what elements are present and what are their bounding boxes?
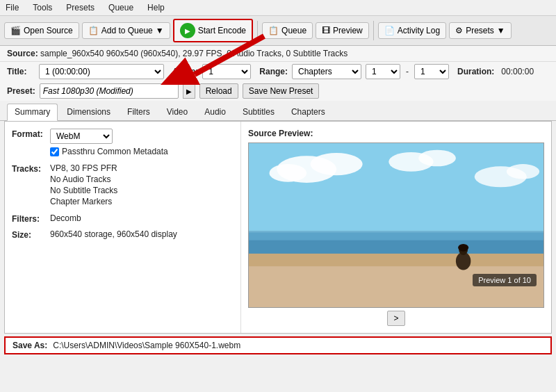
track-4: Chapter Markers — [50, 197, 234, 206]
title-row: Title: 1 (00:00:00) Angle: 1 Range: Chap… — [0, 62, 556, 81]
tab-subtitles[interactable]: Subtitles — [235, 104, 282, 120]
start-encode-button[interactable]: ▶ Start Encode — [173, 19, 253, 42]
title-select[interactable]: 1 (00:00:00) — [39, 64, 164, 79]
add-to-queue-label: Add to Queue — [101, 26, 153, 35]
start-encode-label: Start Encode — [198, 26, 246, 35]
range-from-select[interactable]: 1 — [366, 64, 400, 79]
size-row: Size: 960x540 storage, 960x540 display — [12, 229, 234, 240]
range-type-select[interactable]: Chapters — [292, 64, 361, 79]
range-to-select[interactable]: 1 — [414, 64, 449, 79]
filters-row: Filters: Decomb — [12, 213, 234, 224]
preview-counter: Preview 1 of 10 — [473, 274, 537, 286]
source-bar: Source: sample_960x540 960x540 (960x540)… — [0, 46, 556, 62]
activity-log-button[interactable]: 📄 Activity Log — [378, 22, 446, 39]
svg-rect-11 — [249, 266, 543, 307]
open-source-label: Open Source — [24, 26, 73, 35]
tab-chapters[interactable]: Chapters — [284, 104, 333, 120]
preset-input[interactable] — [40, 83, 179, 99]
preview-next-button[interactable]: > — [387, 311, 405, 326]
tab-filters[interactable]: Filters — [120, 104, 158, 120]
svg-point-5 — [418, 150, 456, 167]
presets-dropdown-icon: ▼ — [497, 26, 505, 35]
separator-1 — [257, 21, 258, 40]
menu-presets[interactable]: Presets — [63, 1, 97, 14]
menu-tools[interactable]: Tools — [30, 1, 55, 14]
format-value: WebM Passthru Common Metadata — [50, 129, 234, 158]
menu-bar: File Tools Presets Queue Help — [0, 0, 556, 16]
duration-label: Duration: — [457, 67, 494, 76]
format-select[interactable]: WebM — [50, 129, 113, 144]
title-label: Title: — [7, 67, 35, 76]
film-icon: 🎬 — [10, 26, 21, 35]
duration-value: 00:00:00 — [501, 67, 534, 76]
preset-arrow-button[interactable]: ▶ — [183, 83, 195, 99]
tracks-row: Tracks: VP8, 30 FPS PFR No Audio Tracks … — [12, 163, 234, 208]
reload-button[interactable]: Reload — [199, 83, 238, 99]
angle-label: Angle: — [172, 67, 198, 76]
save-as-bar: Save As: C:\Users\ADMIN\Videos\Sample 96… — [4, 336, 552, 354]
tab-video[interactable]: Video — [159, 104, 195, 120]
queue-label: Queue — [281, 26, 306, 35]
preview-label: Preview — [333, 26, 363, 35]
tracks-value: VP8, 30 FPS PFR No Audio Tracks No Subti… — [50, 163, 234, 208]
svg-point-3 — [269, 164, 306, 182]
queue-dropdown-icon: ▼ — [156, 26, 164, 35]
tab-audio[interactable]: Audio — [197, 104, 234, 120]
filters-value: Decomb — [50, 213, 234, 223]
tabs: Summary Dimensions Filters Video Audio S… — [0, 101, 556, 121]
filters-label: Filters: — [12, 213, 50, 224]
preview-image: Preview 1 of 10 — [248, 142, 544, 308]
passthru-row: Passthru Common Metadata — [50, 147, 234, 156]
track-3: No Subtitle Tracks — [50, 186, 234, 195]
size-label: Size: — [12, 229, 50, 240]
play-icon: ▶ — [180, 23, 195, 38]
svg-rect-9 — [249, 240, 543, 255]
save-as-path: C:\Users\ADMIN\Videos\Sample 960X540-1.w… — [53, 341, 240, 350]
svg-point-7 — [507, 164, 539, 179]
queue-icon: 📋 — [268, 26, 279, 35]
separator-2 — [373, 21, 374, 40]
format-row: Format: WebM Passthru Common Metadata — [12, 129, 234, 158]
preset-row: Preset: ▶ Reload Save New Preset — [0, 81, 556, 101]
tab-dimensions[interactable]: Dimensions — [59, 104, 118, 120]
tab-summary[interactable]: Summary — [7, 104, 58, 121]
menu-file[interactable]: File — [3, 1, 22, 14]
summary-panel: Format: WebM Passthru Common Metadata Tr… — [5, 122, 241, 333]
tracks-label: Tracks: — [12, 163, 50, 174]
preview-title: Source Preview: — [248, 129, 544, 138]
preview-icon: 🎞 — [322, 26, 330, 35]
source-value: sample_960x540 960x540 (960x540), 29.97 … — [40, 49, 348, 58]
passthru-checkbox[interactable] — [50, 147, 59, 156]
toolbar: 🎬 Open Source 📋 Add to Queue ▼ ▶ Start E… — [0, 16, 556, 46]
svg-point-15 — [458, 244, 468, 252]
preset-label: Preset: — [7, 86, 35, 96]
save-as-label: Save As: — [13, 341, 47, 350]
angle-select[interactable]: 1 — [202, 64, 251, 79]
preview-panel: Source Preview: — [241, 122, 551, 333]
open-source-button[interactable]: 🎬 Open Source — [4, 22, 79, 39]
content-area: Format: WebM Passthru Common Metadata Tr… — [4, 121, 552, 334]
save-new-preset-button[interactable]: Save New Preset — [243, 83, 320, 99]
preview-button[interactable]: 🎞 Preview — [316, 22, 369, 39]
svg-rect-12 — [249, 231, 543, 233]
presets-icon: ⚙ — [455, 26, 463, 35]
source-label: Source: — [7, 49, 38, 58]
menu-help[interactable]: Help — [145, 1, 167, 14]
add-icon: 📋 — [88, 26, 99, 35]
range-separator: - — [406, 67, 409, 76]
format-label: Format: — [12, 129, 50, 139]
size-value: 960x540 storage, 960x540 display — [50, 229, 234, 239]
range-label: Range: — [259, 67, 288, 76]
log-icon: 📄 — [384, 26, 395, 35]
track-2: No Audio Tracks — [50, 174, 234, 184]
queue-button[interactable]: 📋 Queue — [262, 22, 313, 39]
presets-label: Presets — [466, 26, 494, 35]
presets-button[interactable]: ⚙ Presets ▼ — [449, 22, 512, 39]
preview-navigation: > — [248, 311, 544, 326]
add-to-queue-button[interactable]: 📋 Add to Queue ▼ — [82, 22, 170, 39]
activity-log-label: Activity Log — [398, 26, 440, 35]
passthru-label: Passthru Common Metadata — [62, 147, 168, 156]
track-1: VP8, 30 FPS PFR — [50, 163, 234, 173]
menu-queue[interactable]: Queue — [106, 1, 136, 14]
svg-point-2 — [311, 153, 363, 175]
